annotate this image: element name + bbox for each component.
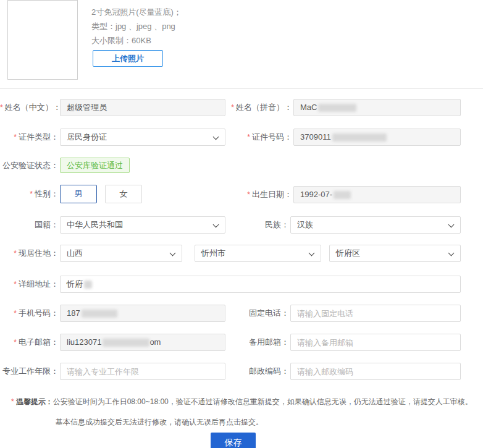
gender-female-button[interactable]: 女 — [105, 185, 142, 203]
landline-label: 固定电话： — [225, 305, 289, 322]
photo-tip-line1: 2寸免冠照片(尽量蓝底)； — [91, 5, 182, 19]
required-asterisk: * — [14, 133, 17, 142]
police-status-label: 公安验证状态： — [0, 158, 59, 173]
name-py-label: *姓名（拼音）： — [225, 99, 292, 116]
save-button[interactable]: 保存 — [211, 433, 256, 448]
email-label: *电子邮箱： — [0, 334, 59, 351]
backup-email-label: 备用邮箱： — [225, 334, 289, 351]
photo-tip-line3: 大小限制：60KB — [91, 33, 182, 48]
redacted-text — [103, 339, 149, 347]
gender-male-button[interactable]: 男 — [60, 185, 97, 203]
ethnicity-label: 民族： — [225, 216, 289, 234]
name-cn-label: *姓名（中文）： — [0, 99, 59, 116]
postcode-input[interactable] — [290, 363, 461, 380]
mobile-input: 187 — [60, 305, 225, 322]
required-asterisk: * — [247, 190, 250, 199]
nationality-label: 国籍： — [0, 216, 59, 234]
required-asterisk: * — [14, 280, 17, 289]
required-asterisk: * — [11, 397, 14, 406]
id-type-select[interactable]: 居民身份证 — [60, 129, 225, 146]
landline-input[interactable] — [290, 305, 461, 322]
email-input: liu123071om — [60, 334, 225, 351]
work-years-label: 专业工作年限： — [0, 363, 59, 380]
profile-form-page: 2寸免冠照片(尽量蓝底)； 类型：jpg 、jpeg 、png 大小限制：60K… — [0, 0, 483, 448]
birth-date-label: *出生日期： — [225, 186, 292, 203]
address-input[interactable]: 忻府 — [60, 276, 461, 293]
gender-label: *性别： — [0, 185, 59, 203]
id-type-label: *证件类型： — [0, 129, 59, 146]
residence-district-select[interactable]: 忻府区 — [329, 245, 461, 262]
nationality-select[interactable]: 中华人民共和国 — [60, 216, 225, 234]
chevron-down-icon — [448, 222, 455, 228]
mobile-label: *手机号码： — [0, 305, 59, 322]
required-asterisk: * — [14, 338, 17, 347]
name-py-input: MaC — [293, 99, 461, 116]
section-divider — [0, 88, 483, 89]
photo-requirements: 2寸免冠照片(尽量蓝底)； 类型：jpg 、jpeg 、png 大小限制：60K… — [91, 5, 182, 48]
upload-photo-button[interactable]: 上传照片 — [93, 50, 163, 67]
ethnicity-select[interactable]: 汉族 — [290, 216, 461, 234]
warm-tip-line1: *温馨提示：公安验证时间为工作日08:00~18:00，验证不通过请修改信息重新… — [11, 397, 472, 407]
chevron-down-icon — [213, 134, 219, 140]
required-asterisk: * — [247, 133, 250, 142]
redacted-text — [82, 310, 117, 318]
residence-city-select[interactable]: 忻州市 — [195, 245, 321, 262]
required-asterisk: * — [0, 103, 3, 112]
id-number-input: 3709011 — [293, 129, 461, 146]
postcode-label: 邮政编码： — [225, 363, 289, 380]
police-status-badge: 公安库验证通过 — [60, 158, 130, 173]
address-label: *详细地址： — [0, 276, 59, 293]
residence-province-select[interactable]: 山西 — [60, 245, 182, 262]
redacted-text — [318, 104, 356, 112]
required-asterisk: * — [14, 249, 17, 258]
birth-date-input: 1992-07- — [293, 186, 461, 203]
chevron-down-icon — [213, 222, 219, 228]
chevron-down-icon — [170, 250, 176, 256]
id-number-label: *证件号码： — [225, 129, 292, 146]
photo-tip-line2: 类型：jpg 、jpeg 、png — [91, 19, 182, 33]
chevron-down-icon — [448, 250, 455, 256]
photo-preview-box — [7, 0, 78, 80]
required-asterisk: * — [30, 190, 33, 198]
backup-email-input[interactable] — [290, 334, 461, 351]
work-years-input[interactable] — [60, 363, 225, 380]
name-cn-input: 超级管理员 — [60, 99, 225, 116]
redacted-text — [84, 281, 92, 289]
warm-tip-label: 温馨提示： — [16, 397, 53, 406]
warm-tip-line2: 基本信息成功提交后无法进行修改，请确认无误后再点击提交。 — [56, 417, 263, 428]
residence-label: *现居住地： — [0, 245, 59, 262]
redacted-text — [332, 133, 387, 142]
chevron-down-icon — [309, 250, 315, 256]
required-asterisk: * — [231, 103, 234, 112]
required-asterisk: * — [14, 309, 17, 318]
redacted-text — [334, 191, 351, 199]
